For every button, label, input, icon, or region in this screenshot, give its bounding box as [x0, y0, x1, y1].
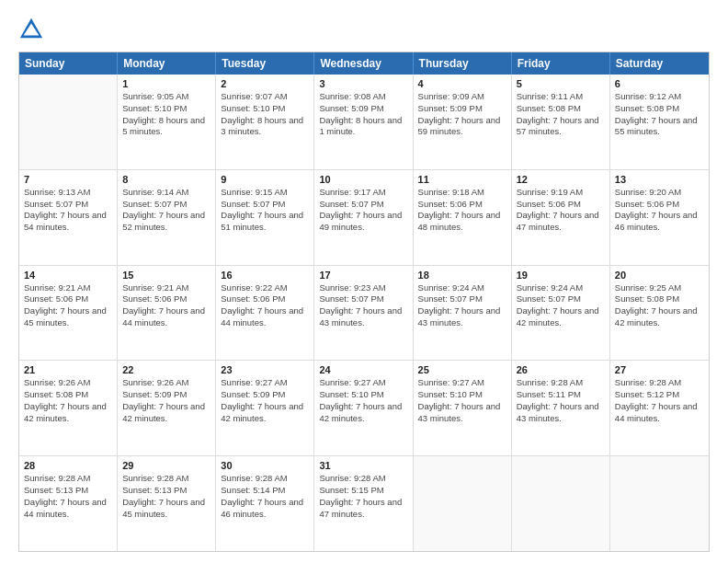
day-number: 9 [221, 174, 309, 185]
cell-line: Sunrise: 9:07 AM [221, 91, 309, 103]
calendar-cell: 16Sunrise: 9:22 AMSunset: 5:06 PMDayligh… [216, 266, 314, 361]
cell-line: Daylight: 7 hours and 42 minutes. [319, 401, 407, 425]
calendar-cell: 30Sunrise: 9:28 AMSunset: 5:14 PMDayligh… [216, 456, 314, 551]
cell-line: Daylight: 7 hours and 49 minutes. [319, 210, 407, 234]
cell-line: Sunset: 5:10 PM [319, 389, 407, 401]
day-number: 6 [615, 78, 704, 89]
cell-line: Sunrise: 9:12 AM [615, 91, 704, 103]
cell-line: Sunset: 5:07 PM [319, 293, 407, 305]
cell-line: Sunset: 5:09 PM [418, 103, 506, 115]
calendar-cell: 10Sunrise: 9:17 AMSunset: 5:07 PMDayligh… [314, 170, 413, 265]
cell-line: Sunrise: 9:13 AM [24, 187, 112, 199]
day-number: 19 [517, 270, 605, 281]
day-number: 23 [221, 364, 309, 375]
cell-line: Sunrise: 9:05 AM [122, 91, 210, 103]
calendar-cell: 15Sunrise: 9:21 AMSunset: 5:06 PMDayligh… [118, 266, 216, 361]
calendar: SundayMondayTuesdayWednesdayThursdayFrid… [18, 52, 710, 552]
calendar-cell: 13Sunrise: 9:20 AMSunset: 5:06 PMDayligh… [610, 170, 709, 265]
cell-line: Sunset: 5:06 PM [615, 199, 704, 211]
calendar-row-1: 1Sunrise: 9:05 AMSunset: 5:10 PMDaylight… [19, 75, 709, 170]
day-number: 14 [24, 270, 112, 281]
day-number: 4 [418, 78, 506, 89]
cell-line: Daylight: 7 hours and 43 minutes. [418, 305, 506, 329]
calendar-cell: 28Sunrise: 9:28 AMSunset: 5:13 PMDayligh… [19, 456, 118, 551]
cell-line: Daylight: 7 hours and 44 minutes. [122, 305, 210, 329]
day-number: 10 [319, 174, 407, 185]
cell-line: Sunset: 5:07 PM [319, 199, 407, 211]
calendar-cell: 21Sunrise: 9:26 AMSunset: 5:08 PMDayligh… [19, 361, 118, 455]
cell-line: Sunset: 5:07 PM [517, 293, 605, 305]
cell-line: Sunrise: 9:28 AM [221, 473, 309, 485]
calendar-cell [414, 456, 512, 551]
day-number: 22 [122, 364, 210, 375]
cell-line: Daylight: 8 hours and 1 minute. [319, 115, 407, 139]
calendar-cell [19, 75, 118, 169]
cell-line: Daylight: 7 hours and 43 minutes. [319, 305, 407, 329]
calendar-cell: 12Sunrise: 9:19 AMSunset: 5:06 PMDayligh… [512, 170, 610, 265]
cell-line: Daylight: 7 hours and 43 minutes. [418, 401, 506, 425]
day-number: 27 [615, 364, 704, 375]
day-number: 3 [319, 78, 407, 89]
cell-line: Daylight: 7 hours and 55 minutes. [615, 115, 704, 139]
cell-line: Daylight: 7 hours and 42 minutes. [615, 305, 704, 329]
calendar-cell: 14Sunrise: 9:21 AMSunset: 5:06 PMDayligh… [19, 266, 118, 361]
calendar-cell: 18Sunrise: 9:24 AMSunset: 5:07 PMDayligh… [414, 266, 512, 361]
calendar-cell: 29Sunrise: 9:28 AMSunset: 5:13 PMDayligh… [118, 456, 216, 551]
day-number: 13 [615, 174, 704, 185]
logo-icon [18, 17, 44, 42]
cell-line: Daylight: 7 hours and 47 minutes. [319, 497, 407, 521]
cell-line: Sunrise: 9:23 AM [319, 282, 407, 294]
cell-line: Daylight: 8 hours and 5 minutes. [122, 115, 210, 139]
cell-line: Sunset: 5:06 PM [221, 293, 309, 305]
cell-line: Daylight: 7 hours and 47 minutes. [517, 210, 605, 234]
cell-line: Sunrise: 9:24 AM [517, 282, 605, 294]
day-number: 8 [122, 174, 210, 185]
day-number: 18 [418, 270, 506, 281]
cell-line: Sunset: 5:13 PM [122, 485, 210, 497]
day-number: 26 [517, 364, 605, 375]
calendar-cell: 7Sunrise: 9:13 AMSunset: 5:07 PMDaylight… [19, 170, 118, 265]
day-number: 15 [122, 270, 210, 281]
cell-line: Daylight: 7 hours and 48 minutes. [418, 210, 506, 234]
cell-line: Sunset: 5:11 PM [517, 389, 605, 401]
calendar-cell: 20Sunrise: 9:25 AMSunset: 5:08 PMDayligh… [610, 266, 709, 361]
cell-line: Sunset: 5:08 PM [615, 293, 704, 305]
header-cell-monday: Monday [118, 52, 216, 75]
day-number: 29 [122, 460, 210, 471]
calendar-cell: 31Sunrise: 9:28 AMSunset: 5:15 PMDayligh… [314, 456, 413, 551]
header-cell-wednesday: Wednesday [314, 52, 413, 75]
cell-line: Sunset: 5:06 PM [418, 199, 506, 211]
cell-line: Sunrise: 9:28 AM [319, 473, 407, 485]
calendar-body: 1Sunrise: 9:05 AMSunset: 5:10 PMDaylight… [19, 75, 709, 551]
calendar-cell: 26Sunrise: 9:28 AMSunset: 5:11 PMDayligh… [512, 361, 610, 455]
day-number: 11 [418, 174, 506, 185]
cell-line: Daylight: 7 hours and 44 minutes. [221, 305, 309, 329]
day-number: 2 [221, 78, 309, 89]
calendar-cell [610, 456, 709, 551]
day-number: 31 [319, 460, 407, 471]
cell-line: Sunrise: 9:21 AM [122, 282, 210, 294]
cell-line: Sunset: 5:06 PM [122, 293, 210, 305]
cell-line: Sunset: 5:13 PM [24, 485, 112, 497]
header [18, 17, 710, 42]
header-cell-saturday: Saturday [610, 52, 709, 75]
cell-line: Sunrise: 9:27 AM [418, 377, 506, 389]
cell-line: Sunset: 5:07 PM [221, 199, 309, 211]
cell-line: Daylight: 7 hours and 43 minutes. [517, 401, 605, 425]
cell-line: Sunrise: 9:26 AM [24, 377, 112, 389]
cell-line: Sunset: 5:15 PM [319, 485, 407, 497]
cell-line: Daylight: 7 hours and 59 minutes. [418, 115, 506, 139]
cell-line: Daylight: 7 hours and 52 minutes. [122, 210, 210, 234]
calendar-cell: 4Sunrise: 9:09 AMSunset: 5:09 PMDaylight… [414, 75, 512, 169]
header-cell-tuesday: Tuesday [216, 52, 314, 75]
calendar-cell: 6Sunrise: 9:12 AMSunset: 5:08 PMDaylight… [610, 75, 709, 169]
cell-line: Sunrise: 9:20 AM [615, 187, 704, 199]
calendar-row-2: 7Sunrise: 9:13 AMSunset: 5:07 PMDaylight… [19, 170, 709, 266]
cell-line: Daylight: 8 hours and 3 minutes. [221, 115, 309, 139]
cell-line: Sunset: 5:10 PM [221, 103, 309, 115]
cell-line: Sunset: 5:07 PM [418, 293, 506, 305]
calendar-cell: 5Sunrise: 9:11 AMSunset: 5:08 PMDaylight… [512, 75, 610, 169]
day-number: 28 [24, 460, 112, 471]
calendar-cell: 1Sunrise: 9:05 AMSunset: 5:10 PMDaylight… [118, 75, 216, 169]
cell-line: Sunrise: 9:25 AM [615, 282, 704, 294]
